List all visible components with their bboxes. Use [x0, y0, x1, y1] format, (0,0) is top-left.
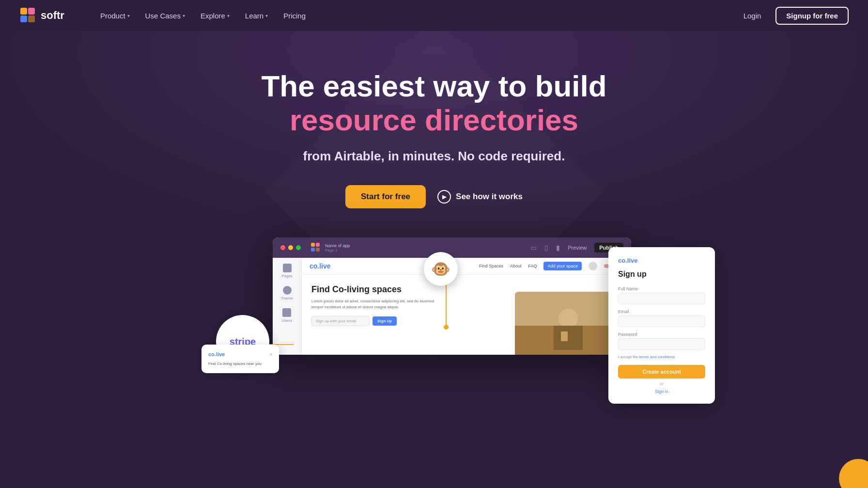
signup-fullname-field: Full Name — [618, 286, 705, 304]
colive-popup-close[interactable]: × — [269, 352, 272, 357]
monitor-icon: ▭ — [530, 244, 537, 252]
app-navbar: co.live Find Spaces About FAQ Add your s… — [302, 258, 631, 275]
browser-window: Name of app Page 1 ▭ ▯ ▮ Preview Publish… — [273, 237, 631, 355]
svg-rect-3 — [28, 16, 35, 22]
pages-icon — [283, 264, 292, 272]
app-nav-add-space[interactable]: Add your space — [543, 262, 582, 270]
navigation: softr Product ▾ Use Cases ▾ Explore ▾ Le… — [0, 0, 868, 31]
chevron-down-icon: ▾ — [127, 13, 130, 18]
svg-point-10 — [558, 309, 578, 328]
hero-buttons: Start for free ▶ See how it works — [19, 185, 849, 208]
nav-right: Login Signup for free — [737, 7, 849, 25]
colive-popup: co.live × Find Co-living spaces near you — [202, 345, 279, 373]
svg-rect-4 — [311, 243, 315, 247]
logo-text: softr — [41, 9, 64, 22]
signin-link[interactable]: Sign in — [618, 389, 705, 394]
app-nav-about[interactable]: About — [510, 264, 522, 268]
nav-item-use-cases[interactable]: Use Cases ▾ — [139, 8, 192, 24]
signup-password-field: Password — [618, 332, 705, 350]
nav-item-pricing[interactable]: Pricing — [277, 8, 312, 24]
dot-maximize — [296, 245, 301, 250]
browser-dots — [280, 245, 301, 250]
sidebar-item-theme[interactable]: Theme — [281, 286, 293, 300]
hero-title-line1: The easiest way to build — [19, 70, 849, 103]
login-button[interactable]: Login — [737, 8, 768, 24]
screenshot-area: 🐵 stripe N — [143, 237, 725, 378]
hero-section: The easiest way to build resource direct… — [0, 31, 868, 237]
phone-icon: ▮ — [556, 244, 560, 252]
theme-icon — [283, 286, 292, 295]
app-nav-links: Find Spaces About FAQ Add your space — [479, 262, 623, 270]
hero-title-line2: resource directories — [19, 103, 849, 137]
svg-rect-5 — [316, 243, 320, 247]
nav-item-explore[interactable]: Explore ▾ — [194, 8, 236, 24]
signup-card-title: Sign up — [618, 270, 705, 279]
password-input[interactable] — [618, 338, 705, 350]
svg-rect-6 — [311, 248, 315, 252]
app-sidebar: Pages Theme Users — [273, 258, 302, 355]
app-email-input[interactable]: Sign up with your email — [311, 316, 370, 326]
terms-link[interactable]: terms and conditions — [639, 355, 675, 359]
chevron-down-icon: ▾ — [227, 13, 230, 18]
colive-popup-content: Find Co-living spaces near you — [208, 361, 272, 366]
users-icon — [282, 308, 291, 317]
email-input[interactable] — [618, 315, 705, 327]
chevron-down-icon: ▾ — [265, 13, 268, 18]
logo[interactable]: softr — [19, 7, 64, 24]
play-icon: ▶ — [437, 190, 451, 204]
app-main: co.live Find Spaces About FAQ Add your s… — [302, 258, 631, 355]
svg-rect-12 — [561, 331, 568, 341]
signup-button[interactable]: Signup for free — [775, 7, 849, 25]
browser-app-name: Name of app Page 1 — [325, 243, 350, 252]
svg-rect-7 — [316, 248, 320, 252]
app-signup-button[interactable]: Sign Up — [372, 316, 397, 326]
hero-subtitle: from Airtable, in minutes. No code requi… — [19, 149, 849, 164]
app-nav-faq[interactable]: FAQ — [528, 264, 537, 268]
signup-terms: I accept the terms and conditions — [618, 355, 705, 359]
signup-card: co.live Sign up Full Name Email Password… — [608, 247, 715, 404]
sidebar-item-pages[interactable]: Pages — [281, 264, 293, 278]
svg-rect-0 — [20, 8, 27, 15]
signup-or-divider: or — [618, 381, 705, 386]
mailchimp-badge: 🐵 — [424, 252, 458, 286]
tablet-icon: ▯ — [544, 244, 548, 252]
nav-item-learn[interactable]: Learn ▾ — [238, 8, 275, 24]
app-hero-desc: Lorem ipsum dolor sit amet, consectetur … — [311, 299, 437, 310]
create-account-button[interactable]: Create account — [618, 365, 705, 378]
dot-close — [280, 245, 285, 250]
signup-email-field: Email — [618, 309, 705, 327]
colive-popup-header: co.live × — [208, 351, 272, 357]
fullname-input[interactable] — [618, 293, 705, 304]
app-brand-logo: co.live — [310, 262, 331, 270]
svg-rect-1 — [28, 8, 35, 15]
nav-item-product[interactable]: Product ▾ — [93, 8, 137, 24]
sidebar-item-users[interactable]: Users — [282, 308, 292, 323]
svg-rect-2 — [20, 16, 27, 22]
nav-links: Product ▾ Use Cases ▾ Explore ▾ Learn ▾ … — [93, 8, 737, 24]
browser-app-info: Name of app Page 1 — [310, 242, 350, 253]
browser-titlebar: Name of app Page 1 ▭ ▯ ▮ Preview Publish — [273, 237, 631, 258]
app-nav-user-icon — [589, 262, 597, 270]
chevron-down-icon: ▾ — [183, 13, 185, 18]
see-how-it-works-button[interactable]: ▶ See how it works — [437, 190, 523, 204]
signup-card-logo: co.live — [618, 257, 705, 264]
start-for-free-button[interactable]: Start for free — [345, 185, 426, 208]
colive-popup-logo: co.live — [208, 351, 225, 357]
yellow-blob-decoration — [839, 459, 868, 488]
svg-rect-11 — [554, 326, 583, 350]
dot-minimize — [288, 245, 293, 250]
app-listing-image — [515, 292, 621, 355]
mailchimp-icon: 🐵 — [431, 260, 450, 278]
preview-button[interactable]: Preview — [568, 245, 587, 251]
app-nav-find-spaces[interactable]: Find Spaces — [479, 264, 503, 268]
